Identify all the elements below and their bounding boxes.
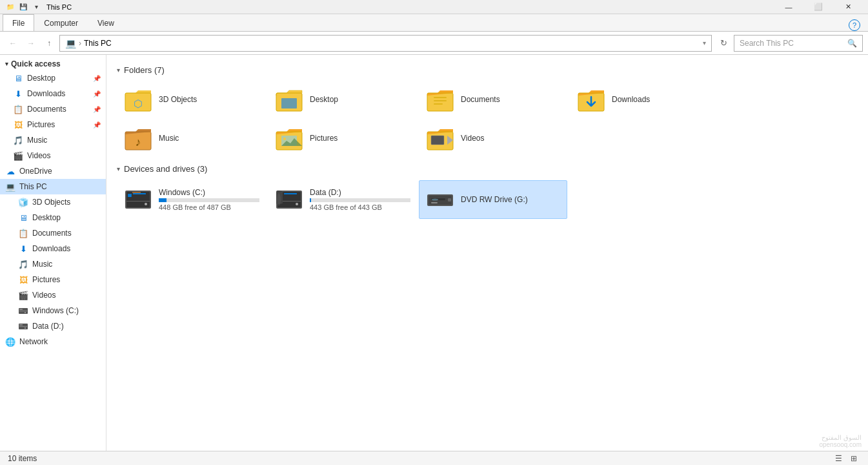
tab-file[interactable]: File xyxy=(3,14,34,31)
pin-icon: 📌 xyxy=(93,106,101,113)
sidebar-item-downloads-quick[interactable]: ⬇ Downloads 📌 xyxy=(0,86,106,101)
tab-computer[interactable]: Computer xyxy=(34,14,88,31)
path-dropdown[interactable]: ▾ xyxy=(703,39,706,46)
status-bar: 10 items ☰ ⊞ xyxy=(0,451,868,465)
svg-rect-2 xyxy=(19,311,27,311)
drives-chevron[interactable]: ▾ xyxy=(117,165,120,172)
close-button[interactable]: ✕ xyxy=(833,0,863,14)
folder-videos-icon xyxy=(425,123,456,154)
tab-view[interactable]: View xyxy=(88,14,124,31)
folder-desktop-icon xyxy=(274,84,305,115)
desktop-icon: 🖥 xyxy=(13,73,23,83)
drive-windows-c-name: Windows (C:) xyxy=(159,188,259,197)
address-path[interactable]: 💻 › This PC ▾ xyxy=(59,35,712,52)
drive-data-d-name: Data (D:) xyxy=(310,188,410,197)
folder-pictures[interactable]: Pictures xyxy=(268,120,416,156)
folders-section-header: ▾ Folders (7) xyxy=(117,65,858,75)
downloads-icon: ⬇ xyxy=(18,243,28,254)
maximize-button[interactable]: ⬜ xyxy=(803,0,833,14)
sidebar-item-label: Documents xyxy=(32,229,72,238)
drive-data-d-fill xyxy=(310,198,311,202)
sidebar-item-music-quick[interactable]: 🎵 Music xyxy=(0,132,106,148)
search-placeholder: Search This PC xyxy=(740,39,794,48)
svg-text:⬡: ⬡ xyxy=(134,98,143,109)
sidebar-item-3dobjects[interactable]: 🧊 3D Objects xyxy=(0,194,106,210)
downloads-icon: ⬇ xyxy=(13,88,23,99)
sidebar-item-label: OneDrive xyxy=(19,167,52,176)
sidebar-item-data-d[interactable]: Data (D:) xyxy=(0,318,106,334)
sidebar-item-network[interactable]: 🌐 Network xyxy=(0,334,106,349)
details-view-button[interactable]: ☰ xyxy=(832,453,845,464)
sidebar-item-desktop[interactable]: 🖥 Desktop xyxy=(0,210,106,225)
folders-grid: ⬡ 3D Objects Desktop xyxy=(117,81,858,156)
folder-documents-label: Documents xyxy=(461,95,500,104)
refresh-button[interactable]: ↻ xyxy=(716,36,731,51)
large-icons-view-button[interactable]: ⊞ xyxy=(847,453,860,464)
drive-data-d-bar xyxy=(310,198,410,202)
sidebar-item-windows-c[interactable]: Windows (C:) xyxy=(0,303,106,318)
back-button[interactable]: ← xyxy=(5,36,21,51)
pin-icon: 📌 xyxy=(93,90,101,98)
sidebar-item-videos-quick[interactable]: 🎬 Videos xyxy=(0,148,106,163)
sidebar-item-label: Data (D:) xyxy=(32,322,64,331)
search-box[interactable]: Search This PC 🔍 xyxy=(734,35,863,52)
folder-videos[interactable]: Videos xyxy=(419,120,567,156)
sidebar-item-onedrive[interactable]: ☁ OneDrive xyxy=(0,163,106,179)
svg-rect-30 xyxy=(431,136,444,145)
folders-chevron[interactable]: ▾ xyxy=(117,67,120,74)
sidebar-item-this-pc[interactable]: 💻 This PC xyxy=(0,179,106,194)
pictures-icon: 🖼 xyxy=(13,119,23,130)
drive-dvd-g-icon xyxy=(425,184,456,215)
title-bar: 📁 💾 ▾ This PC — ⬜ ✕ xyxy=(0,0,868,14)
svg-rect-6 xyxy=(19,326,27,327)
folder-3dobjects-label: 3D Objects xyxy=(159,95,197,104)
item-count: 10 items xyxy=(8,454,37,463)
folder-documents[interactable]: Documents xyxy=(419,81,567,118)
svg-point-3 xyxy=(25,312,26,313)
quick-access-header[interactable]: ▾ Quick access xyxy=(0,57,106,70)
folder-music[interactable]: ♪ Music xyxy=(117,120,265,156)
sidebar-item-desktop-quick[interactable]: 🖥 Desktop 📌 xyxy=(0,70,106,86)
folders-title: Folders (7) xyxy=(124,65,165,75)
folder-music-icon: ♪ xyxy=(123,123,154,154)
dropdown-icon[interactable]: ▾ xyxy=(31,2,41,12)
sidebar-item-pictures[interactable]: 🖼 Pictures xyxy=(0,272,106,287)
onedrive-icon: ☁ xyxy=(5,166,15,176)
drives-title: Devices and drives (3) xyxy=(124,164,207,174)
folder-desktop[interactable]: Desktop xyxy=(268,81,416,118)
drive-windows-c[interactable]: Windows (C:) 448 GB free of 487 GB xyxy=(117,180,265,219)
sidebar-item-downloads[interactable]: ⬇ Downloads xyxy=(0,241,106,256)
sidebar-item-videos[interactable]: 🎬 Videos xyxy=(0,287,106,303)
sidebar-item-label: Music xyxy=(32,260,52,269)
minimize-button[interactable]: — xyxy=(774,0,803,14)
svg-point-44 xyxy=(296,203,298,205)
drive-data-d[interactable]: Data (D:) 443 GB free of 443 GB xyxy=(268,180,416,219)
network-icon: 🌐 xyxy=(5,336,15,347)
sidebar-item-music[interactable]: 🎵 Music xyxy=(0,256,106,272)
sidebar-item-pictures-quick[interactable]: 🖼 Pictures 📌 xyxy=(0,117,106,132)
path-separator: › xyxy=(79,39,81,48)
sidebar-item-documents-quick[interactable]: 📋 Documents 📌 xyxy=(0,101,106,117)
folder-3dobjects[interactable]: ⬡ 3D Objects xyxy=(117,81,265,118)
folder-videos-label: Videos xyxy=(461,134,484,143)
drive-dvd-g-info: DVD RW Drive (G:) xyxy=(461,195,561,204)
pin-icon: 📌 xyxy=(93,75,101,82)
documents-icon: 📋 xyxy=(18,228,28,238)
folder-downloads[interactable]: Downloads xyxy=(570,81,718,118)
music-icon: 🎵 xyxy=(18,259,28,269)
svg-rect-18 xyxy=(434,103,443,105)
up-button[interactable]: ↑ xyxy=(41,36,57,51)
sidebar-item-label: Pictures xyxy=(32,275,60,284)
svg-rect-42 xyxy=(284,193,297,194)
path-icon: 💻 xyxy=(65,38,76,48)
3dobjects-icon: 🧊 xyxy=(18,197,28,207)
sidebar-item-documents[interactable]: 📋 Documents xyxy=(0,225,106,241)
help-icon[interactable]: ? xyxy=(849,19,860,31)
svg-text:♪: ♪ xyxy=(136,136,141,149)
forward-button[interactable]: → xyxy=(23,36,39,51)
view-controls: ☰ ⊞ xyxy=(832,453,860,464)
svg-point-37 xyxy=(145,203,147,205)
folder-pictures-label: Pictures xyxy=(310,134,338,143)
ribbon: File Computer View ? xyxy=(0,14,868,32)
drive-dvd-g[interactable]: DVD RW Drive (G:) xyxy=(419,180,567,219)
